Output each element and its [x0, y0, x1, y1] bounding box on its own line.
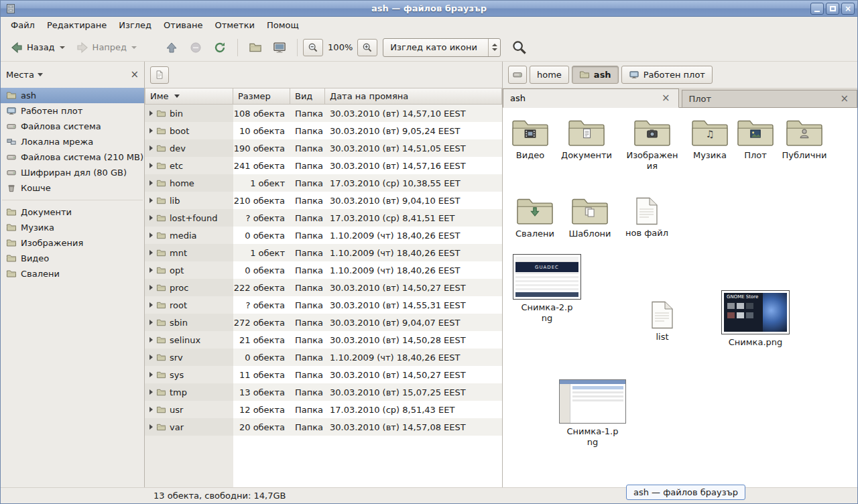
- titlebar[interactable]: ash — файлов браузър ×: [1, 1, 857, 17]
- expander-icon[interactable]: [149, 111, 153, 116]
- table-row[interactable]: usr 12 обекта Папка 17.03.2010 (ср) 8,51…: [145, 401, 502, 418]
- expander-icon[interactable]: [149, 355, 153, 360]
- expander-icon[interactable]: [149, 285, 153, 290]
- sidebar-item-9[interactable]: Изображения: [1, 235, 144, 251]
- sidebar-title-select[interactable]: Места: [6, 70, 43, 80]
- table-row[interactable]: bin 108 обекта Папка 30.03.2010 (вт) 14,…: [145, 105, 502, 122]
- column-header-1[interactable]: Размер: [233, 88, 290, 105]
- icon-item[interactable]: Свалени: [508, 195, 562, 239]
- icon-item[interactable]: Снимка-1.png: [566, 379, 619, 447]
- breadcrumb-button-3[interactable]: Работен плот: [621, 66, 713, 84]
- table-row[interactable]: proc 222 обекта Папка 30.03.2010 (вт) 14…: [145, 279, 502, 296]
- menu-item-2[interactable]: Изглед: [113, 17, 158, 33]
- breadcrumb-button-1[interactable]: home: [530, 66, 569, 84]
- expander-icon[interactable]: [149, 267, 153, 273]
- column-header-0[interactable]: Име: [145, 88, 233, 105]
- sidebar-item-3[interactable]: Локална мрежа: [1, 134, 144, 149]
- table-row[interactable]: selinux 21 обекта Папка 30.03.2010 (вт) …: [145, 331, 502, 349]
- table-row[interactable]: mnt 1 обект Папка 1.10.2009 (чт) 18,40,2…: [145, 244, 502, 261]
- expander-icon[interactable]: [149, 215, 153, 220]
- close-button[interactable]: ×: [841, 3, 855, 15]
- combo-spinner-icon[interactable]: [488, 39, 500, 56]
- table-row[interactable]: dev 190 обекта Папка 30.03.2010 (вт) 14,…: [145, 139, 502, 157]
- search-button[interactable]: [509, 37, 530, 58]
- expander-icon[interactable]: [149, 180, 153, 186]
- menu-item-3[interactable]: Отиване: [158, 17, 208, 33]
- expander-icon[interactable]: [149, 372, 153, 377]
- expander-icon[interactable]: [149, 320, 153, 325]
- stop-button[interactable]: [184, 37, 208, 58]
- view-mode-select[interactable]: Изглед като икони: [383, 38, 501, 57]
- sidebar-item-10[interactable]: Видео: [1, 251, 144, 266]
- table-row[interactable]: lost+found ? обекта Папка 17.03.2010 (ср…: [145, 209, 502, 227]
- icon-item[interactable]: Видео: [503, 117, 557, 161]
- expander-icon[interactable]: [149, 250, 153, 255]
- icon-item[interactable]: Плот: [729, 117, 782, 161]
- zoom-in-button[interactable]: [357, 39, 377, 56]
- icon-item[interactable]: Документи: [560, 117, 613, 161]
- home-button[interactable]: [243, 38, 267, 58]
- expander-icon[interactable]: [149, 233, 153, 238]
- icon-item[interactable]: Шаблони: [563, 195, 617, 239]
- icon-item[interactable]: Публични: [778, 117, 831, 161]
- computer-button[interactable]: [267, 37, 292, 58]
- menu-item-4[interactable]: Отметки: [208, 17, 260, 33]
- forward-button[interactable]: Напред: [70, 37, 142, 58]
- breadcrumb-button-0[interactable]: [508, 66, 527, 84]
- expander-icon[interactable]: [149, 198, 153, 203]
- table-row[interactable]: sbin 272 обекта Папка 30.03.2010 (вт) 9,…: [145, 314, 502, 331]
- maximize-button[interactable]: [826, 3, 839, 15]
- table-row[interactable]: lib 210 обекта Папка 30.03.2010 (вт) 9,0…: [145, 192, 502, 209]
- sidebar-item-4[interactable]: Файлова система (210 MB): [1, 149, 144, 165]
- menu-item-0[interactable]: Файл: [5, 17, 41, 33]
- breadcrumb-button-2[interactable]: ash: [572, 66, 619, 84]
- sidebar-item-7[interactable]: Документи: [1, 204, 144, 220]
- table-row[interactable]: home 1 обект Папка 17.03.2010 (ср) 10,38…: [145, 174, 502, 192]
- sidebar-item-5[interactable]: Шифриран дял (80 GB): [1, 165, 144, 180]
- root-location-button[interactable]: [150, 66, 169, 84]
- menu-item-5[interactable]: Помощ: [261, 17, 305, 33]
- expander-icon[interactable]: [149, 302, 153, 308]
- table-row[interactable]: var 20 обекта Папка 30.03.2010 (вт) 14,5…: [145, 418, 502, 436]
- table-row[interactable]: sys 11 обекта Папка 30.03.2010 (вт) 14,5…: [145, 366, 502, 383]
- table-row[interactable]: root ? обекта Папка 30.03.2010 (вт) 14,5…: [145, 296, 502, 314]
- tab-0[interactable]: ash×: [503, 88, 679, 108]
- table-row[interactable]: opt 0 обекта Папка 1.10.2009 (чт) 18,40,…: [145, 261, 502, 279]
- tab-close-icon[interactable]: ×: [660, 93, 672, 103]
- expander-icon[interactable]: [149, 128, 153, 133]
- icon-item[interactable]: GNOME StoreСнимка.png: [721, 290, 790, 348]
- zoom-out-button[interactable]: [303, 39, 323, 56]
- sidebar-close-button[interactable]: ×: [130, 70, 139, 80]
- icon-item[interactable]: Изображения: [625, 117, 679, 171]
- table-row[interactable]: etc 241 обекта Папка 30.03.2010 (вт) 14,…: [145, 157, 502, 174]
- table-row[interactable]: srv 0 обекта Папка 1.10.2009 (чт) 18,40,…: [145, 349, 502, 366]
- icon-item[interactable]: нов файл: [623, 197, 671, 239]
- expander-icon[interactable]: [149, 424, 153, 430]
- expander-icon[interactable]: [149, 337, 153, 342]
- sidebar-item-0[interactable]: ash: [1, 88, 144, 103]
- up-button[interactable]: [160, 37, 184, 58]
- reload-button[interactable]: [208, 37, 232, 58]
- minimize-button[interactable]: [810, 3, 824, 15]
- table-row[interactable]: media 0 обекта Папка 1.10.2009 (чт) 18,4…: [145, 227, 502, 244]
- tab-close-icon[interactable]: ×: [839, 94, 850, 104]
- sidebar-item-8[interactable]: Музика: [1, 220, 144, 235]
- column-header-2[interactable]: Вид: [290, 88, 325, 105]
- back-button[interactable]: Назад: [5, 37, 70, 58]
- menu-item-1[interactable]: Редактиране: [41, 17, 113, 33]
- expander-icon[interactable]: [149, 145, 153, 151]
- column-header-3[interactable]: Дата на промяна: [325, 88, 502, 105]
- expander-icon[interactable]: [149, 407, 153, 412]
- icon-view[interactable]: Видео Документи Изображения ♫ Музика Пло…: [503, 108, 857, 487]
- icon-item[interactable]: GUADECСнимка-2.png: [520, 254, 574, 323]
- expander-icon[interactable]: [149, 389, 153, 395]
- sidebar-item-11[interactable]: Свалени: [1, 266, 144, 281]
- expander-icon[interactable]: [149, 163, 153, 168]
- sidebar-item-1[interactable]: Работен плот: [1, 103, 144, 119]
- table-row[interactable]: boot 10 обекта Папка 30.03.2010 (вт) 9,0…: [145, 122, 502, 139]
- icon-item[interactable]: list: [641, 301, 684, 342]
- sidebar-item-6[interactable]: Кошче: [1, 180, 144, 196]
- tab-1[interactable]: Плот×: [682, 90, 858, 107]
- table-row[interactable]: tmp 13 обекта Папка 30.03.2010 (вт) 15,0…: [145, 383, 502, 401]
- sidebar-item-2[interactable]: Файлова система: [1, 119, 144, 134]
